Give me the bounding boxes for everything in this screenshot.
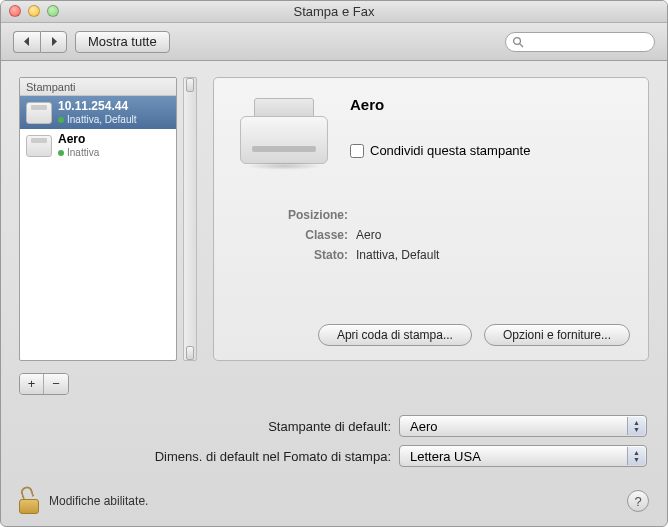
printers-list-body: 10.11.254.44 Inattiva, Default Aero Inat… [20,96,176,360]
default-printer-label: Stampante di default: [19,419,399,434]
info-row-class: Classe: Aero [272,228,630,242]
zoom-window-button[interactable] [47,5,59,17]
printer-title: Aero [350,94,630,113]
add-remove-buttons: + − [19,373,69,395]
position-label: Posizione: [272,208,348,222]
scrollbar[interactable] [183,77,197,361]
printer-details: Aero Condividi questa stampante Posizion… [213,77,649,361]
info-rows: Posizione: Classe: Aero Stato: Inattiva,… [272,208,630,268]
chevron-right-icon [50,37,58,46]
minimize-window-button[interactable] [28,5,40,17]
share-printer-row[interactable]: Condividi questa stampante [350,143,630,158]
paper-size-label: Dimens. di default nel Fomato di stampa: [19,449,399,464]
info-row-position: Posizione: [272,208,630,222]
form-rows: Stampante di default: Aero ▲▼ Dimens. di… [19,415,649,467]
titlebar: Stampa e Fax [1,1,667,23]
paper-size-value: Lettera USA [410,449,481,464]
remove-printer-button[interactable]: − [44,374,68,394]
default-printer-value: Aero [410,419,437,434]
printer-item-status: Inattiva [58,147,99,159]
sidebar: Stampanti 10.11.254.44 Inattiva, Default… [19,77,199,361]
paper-size-select[interactable]: Lettera USA ▲▼ [399,445,647,467]
footer: Modifiche abilitate. ? [19,488,649,514]
class-label: Classe: [272,228,348,242]
printer-list-item[interactable]: Aero Inattiva [20,129,176,162]
info-row-state: Stato: Inattiva, Default [272,248,630,262]
svg-point-0 [514,37,521,44]
default-printer-row: Stampante di default: Aero ▲▼ [19,415,649,437]
printer-item-name: 10.11.254.44 [58,100,136,114]
svg-line-1 [520,43,523,46]
printers-list: Stampanti 10.11.254.44 Inattiva, Default… [19,77,177,361]
state-label: Stato: [272,248,348,262]
help-button[interactable]: ? [627,490,649,512]
search-icon [512,36,524,48]
traffic-lights [9,5,59,17]
show-all-button[interactable]: Mostra tutte [75,31,170,53]
lock-text: Modifiche abilitate. [49,494,148,508]
printers-list-header: Stampanti [20,78,176,96]
printer-large-icon [240,94,328,170]
printer-icon [26,102,52,124]
open-print-queue-button[interactable]: Apri coda di stampa... [318,324,472,346]
below-area: + − Stampante di default: Aero ▲▼ Dimens… [1,371,667,483]
state-value: Inattiva, Default [356,248,439,262]
printer-item-status: Inattiva, Default [58,114,136,126]
lock-area[interactable]: Modifiche abilitate. [19,488,148,514]
nav-buttons [13,31,67,53]
share-printer-checkbox[interactable] [350,144,364,158]
lock-open-icon [19,488,41,514]
close-window-button[interactable] [9,5,21,17]
details-top: Aero Condividi questa stampante [232,94,630,170]
add-printer-button[interactable]: + [20,374,44,394]
class-value: Aero [356,228,381,242]
share-printer-label: Condividi questa stampante [370,143,530,158]
search-input[interactable] [528,35,648,49]
search-field[interactable] [505,32,655,52]
printer-item-name: Aero [58,133,99,147]
paper-size-row: Dimens. di default nel Fomato di stampa:… [19,445,649,467]
forward-button[interactable] [40,31,67,53]
toolbar: Mostra tutte [1,23,667,61]
preferences-window: Stampa e Fax Mostra tutte Stampanti [0,0,668,527]
detail-buttons: Apri coda di stampa... Opzioni e fornitu… [318,324,630,346]
default-printer-select[interactable]: Aero ▲▼ [399,415,647,437]
updown-arrows-icon: ▲▼ [627,417,645,435]
content-area: Stampanti 10.11.254.44 Inattiva, Default… [1,61,667,371]
details-right: Aero Condividi questa stampante [350,94,630,158]
options-supplies-button[interactable]: Opzioni e forniture... [484,324,630,346]
updown-arrows-icon: ▲▼ [627,447,645,465]
chevron-left-icon [23,37,31,46]
window-title: Stampa e Fax [294,4,375,19]
printer-icon [26,135,52,157]
printer-list-item[interactable]: 10.11.254.44 Inattiva, Default [20,96,176,129]
back-button[interactable] [13,31,40,53]
